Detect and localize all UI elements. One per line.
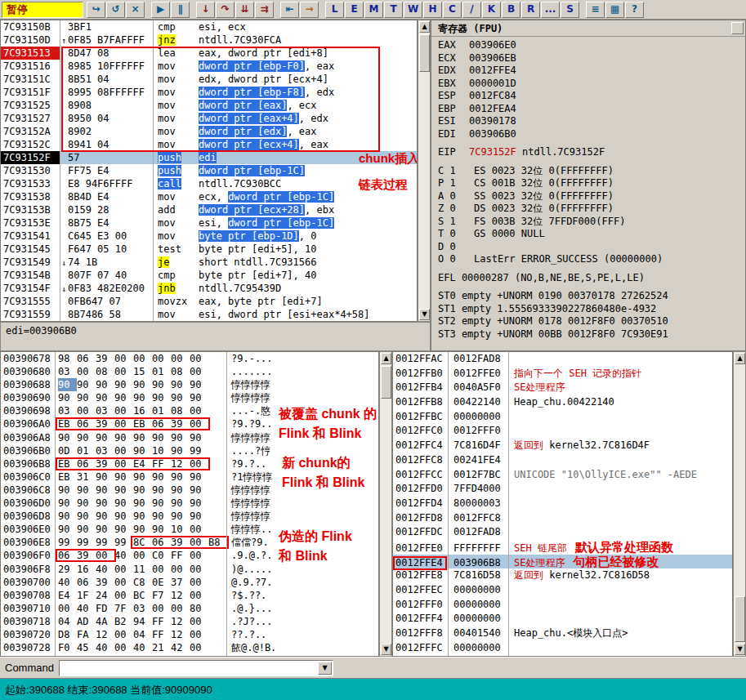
help-icon[interactable]: ?: [625, 2, 644, 18]
stack-row[interactable]: 0012FFE4003906B8SE处理程序句柄已经被修改: [393, 555, 732, 569]
windows-window-button[interactable]: W: [404, 2, 422, 18]
log-window-button[interactable]: L: [325, 2, 344, 18]
options-icon[interactable]: ≡: [586, 2, 605, 18]
register-row[interactable]: EBX0000001D: [438, 78, 745, 91]
flag-row[interactable]: A 0SS 0023 32位 0(FFFFFFFF): [438, 190, 745, 203]
dump-row[interactable]: 00390728F045400040214200餏@.@!B.: [1, 641, 378, 654]
call-stack-window-button[interactable]: K: [482, 2, 501, 18]
scrollbar-thumb[interactable]: [419, 34, 430, 72]
register-row[interactable]: ESP0012FC84: [438, 90, 745, 103]
scroll-down-icon[interactable]: ▼: [735, 644, 745, 655]
scroll-up-icon[interactable]: ▲: [735, 353, 745, 364]
stack-row[interactable]: 0012FFBC00000000: [393, 410, 732, 425]
dump-scrollbar[interactable]: ▲ ▼: [379, 351, 392, 657]
scroll-down-icon[interactable]: ▼: [419, 309, 430, 320]
disasm-row[interactable]: 7C93152F57pushedi: [1, 151, 417, 164]
disasm-row[interactable]: 7C931533E8 94F6FFFFcallntdll.7C930BCC: [1, 177, 417, 190]
stack-row[interactable]: 0012FFCC0012F7BCUNICODE "10\OllyICE.exe"…: [393, 468, 732, 483]
handles-window-button[interactable]: H: [423, 2, 442, 18]
animate-into-icon[interactable]: ⇊: [235, 2, 254, 18]
go-to-address-icon[interactable]: →: [300, 2, 319, 18]
register-row[interactable]: ESI00390178: [438, 115, 745, 128]
threads-window-button[interactable]: T: [384, 2, 403, 18]
stack-row[interactable]: 0012FFE87C816D58返回到 kernel32.7C816D58: [393, 568, 732, 583]
register-row[interactable]: EDX0012FFE4: [438, 65, 745, 78]
dump-row[interactable]: 003906D89090909090909090惇惇惇惇: [1, 510, 378, 523]
flag-row[interactable]: T 0GS 0000 NULL: [438, 228, 745, 241]
register-row[interactable]: EAX003906E0: [438, 39, 745, 52]
open-file-icon[interactable]: ↪: [87, 2, 105, 18]
stack-row[interactable]: 0012FFB800422140Heap_chu.00422140: [393, 395, 732, 410]
scrollbar-thumb[interactable]: [735, 596, 745, 642]
command-input[interactable]: ▼: [59, 660, 333, 676]
pause-icon[interactable]: ∥: [171, 2, 190, 18]
flag-row[interactable]: D 0: [438, 241, 745, 254]
run-icon[interactable]: ▶: [151, 2, 170, 18]
stack-row[interactable]: 0012FFFC00000000: [393, 641, 732, 656]
disasm-row[interactable]: 7C93151F8995 08FFFFFFmovdword ptr [ebp-F…: [1, 86, 417, 99]
source-window-button[interactable]: S: [561, 2, 579, 18]
breakpoints-window-button[interactable]: B: [502, 2, 520, 18]
register-row[interactable]: EDI003906B0: [438, 128, 745, 141]
stack-row[interactable]: 0012FFE0FFFFFFFFSEH 链尾部默认异常处理函数: [393, 540, 732, 555]
disasm-row[interactable]: 7C9315138D47 08leaeax, dword ptr [edi+8]: [1, 47, 417, 60]
disasm-row[interactable]: 7C931549↓74 1Bjeshort ntdll.7C931566: [1, 256, 417, 269]
close-icon[interactable]: ×: [126, 2, 145, 18]
disasm-row[interactable]: 7C93150B3BF1cmpesi, ecx: [1, 20, 417, 33]
dump-row[interactable]: 003906D09090909090909090惇惇惇惇: [1, 497, 378, 510]
disasm-row[interactable]: 7C93154F↓0F83 482E0200jnbntdll.7C95439D: [1, 282, 417, 295]
windows-list-icon[interactable]: ▦: [605, 2, 624, 18]
dump-row[interactable]: 003906789806390000000000?9.-...: [1, 352, 378, 365]
disasm-row[interactable]: 7C9315258908movdword ptr [eax], ecx: [1, 99, 417, 112]
stack-row[interactable]: 0012FFF400000000: [393, 612, 732, 626]
scroll-up-icon[interactable]: ▲: [381, 353, 391, 364]
animate-over-icon[interactable]: ⇉: [255, 2, 274, 18]
flag-row[interactable]: Z 0DS 0023 32位 0(FFFFFFFF): [438, 203, 745, 216]
dump-row[interactable]: 003906909090909090909090惇惇惇惇: [1, 391, 378, 404]
scrollbar-thumb[interactable]: [381, 366, 391, 399]
disasm-row[interactable]: 7C93153B0159 28adddword ptr [ecx+28], eb…: [1, 203, 417, 216]
restart-icon[interactable]: ↺: [106, 2, 125, 18]
fpu-register-row[interactable]: ST3 empty +UNORM 00BB 0012F8F0 7C930E91: [438, 328, 745, 341]
flag-row[interactable]: C 1ES 0023 32位 0(FFFFFFFF): [438, 165, 745, 178]
disasm-row[interactable]: 7C9315550FB647 07movzxeax, byte ptr [edi…: [1, 295, 417, 308]
stack-scrollbar[interactable]: ▲ ▼: [733, 351, 746, 657]
step-into-icon[interactable]: ↓: [196, 2, 215, 18]
disasm-row[interactable]: 7C931530FF75 E4pushdword ptr [ebp-1C]: [1, 164, 417, 177]
dump-row[interactable]: 00390708E41F2400BCF71200?$.??.: [1, 589, 378, 602]
disasm-row[interactable]: 7C9315388B4D E4movecx, dword ptr [ebp-1C…: [1, 190, 417, 203]
flag-row[interactable]: O 0LastErr ERROR_SUCCESS (00000000): [438, 253, 745, 266]
executables-window-button[interactable]: E: [345, 2, 364, 18]
disasm-row[interactable]: 7C93154B807F 07 40cmpbyte ptr [edi+7], 4…: [1, 269, 417, 282]
run-trace-window-button[interactable]: ...: [541, 2, 560, 18]
dump-row[interactable]: 003907100040FD7F03000080.@.}...: [1, 602, 378, 615]
dump-row[interactable]: 003906800300080015010800.......: [1, 365, 378, 378]
memory-window-button[interactable]: M: [364, 2, 383, 18]
step-over-icon[interactable]: ↷: [216, 2, 235, 18]
dump-row[interactable]: 0039071804AD4AB294FF1200.?J?...: [1, 615, 378, 628]
scroll-up-icon[interactable]: ▲: [419, 21, 430, 33]
register-row[interactable]: EBP0012FEA4: [438, 103, 745, 116]
stack-row[interactable]: 0012FFEC00000000: [393, 583, 732, 598]
fpu-register-row[interactable]: ST1 empty 1.5556933390227860480e-4932: [438, 303, 745, 316]
stack-row[interactable]: 0012FFB40040A5F0SE处理程序: [393, 381, 732, 395]
stack-row[interactable]: 0012FFC47C816D4F返回到 kernel32.7C816D4F: [393, 439, 732, 453]
disasm-row[interactable]: 7C93150D↑0F85 B7FAFFFFjnzntdll.7C930FCA: [1, 33, 417, 47]
disasm-row[interactable]: 7C931541C645 E3 00movbyte ptr [ebp-1D], …: [1, 230, 417, 243]
patches-window-button[interactable]: /: [462, 2, 481, 18]
stack-row[interactable]: 0012FFF000000000: [393, 598, 732, 613]
stack-row[interactable]: 0012FFF800401540Heap_chu.<模块入口点>: [393, 626, 732, 641]
stack-row[interactable]: 0012FFC800241FE4: [393, 453, 732, 468]
stack-row[interactable]: 0012FFB00012FFE0指向下一个 SEH 记录的指针: [393, 367, 732, 381]
disasm-row[interactable]: 7C9315168985 10FFFFFFmovdword ptr [ebp-F…: [1, 60, 417, 73]
stack-row[interactable]: 0012FFD480000003: [393, 497, 732, 511]
disasm-row[interactable]: 7C93152C8941 04movdword ptr [ecx+4], eax: [1, 138, 417, 151]
eflags-row[interactable]: EFL 00000287 (NO,B,NE,BE,S,PE,L,LE): [438, 272, 745, 285]
stack-row[interactable]: 0012FFDC0012FAD8: [393, 525, 732, 540]
disasm-row[interactable]: 7C931545F647 05 10testbyte ptr [edi+5], …: [1, 243, 417, 256]
disasm-row[interactable]: 7C93152A8902movdword ptr [edx], eax: [1, 125, 417, 138]
fpu-register-row[interactable]: ST2 empty +UNORM 0178 0012F8F0 00370510: [438, 315, 745, 328]
disasm-row[interactable]: 7C9315598B7486 58movesi, dword ptr [esi+…: [1, 308, 417, 321]
dump-row[interactable]: 0039070040063900C80E3700@.9.?7.: [1, 576, 378, 589]
stack-row[interactable]: 0012FFD07FFD4000: [393, 482, 732, 497]
